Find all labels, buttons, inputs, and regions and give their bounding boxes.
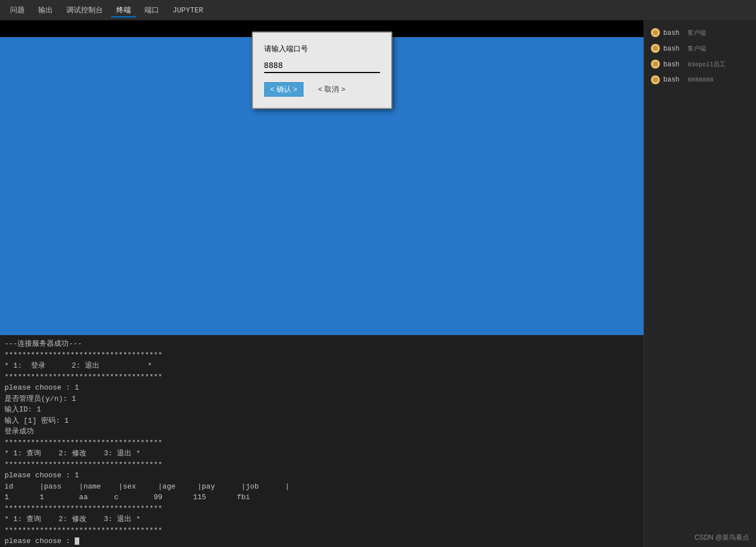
- dialog-title: 请输入端口号: [264, 44, 380, 54]
- terminal-line: 输入 [1] 密码: 1: [4, 415, 639, 427]
- sidebar-item-3[interactable]: bash 8888888: [644, 72, 756, 88]
- main-content: 请输入端口号 < 确认 > < 取消 > ---连接服务器成功---******…: [0, 20, 756, 547]
- terminal-line: ************************************: [4, 372, 639, 383]
- dialog-overlay: 请输入端口号 < 确认 > < 取消 >: [0, 20, 644, 335]
- sidebar-item-1[interactable]: bash 客户端: [644, 40, 756, 56]
- terminal-line: ************************************: [4, 437, 639, 449]
- blue-screen: 请输入端口号 < 确认 > < 取消 >: [0, 20, 644, 335]
- menu-item-output[interactable]: 输出: [33, 3, 58, 17]
- menu-item-issues[interactable]: 问题: [4, 3, 30, 17]
- menu-item-debug-console[interactable]: 调试控制台: [61, 3, 108, 17]
- right-sidebar: bash 客户端 bash 客户端 bash 03epoll员工 bash 88…: [644, 20, 756, 547]
- terminal-line: 登录成功: [4, 426, 639, 437]
- sidebar-label-1: bash 客户端: [663, 44, 706, 53]
- terminal-area: 请输入端口号 < 确认 > < 取消 > ---连接服务器成功---******…: [0, 20, 644, 547]
- menu-bar: 问题 输出 调试控制台 终端 端口 JUPYTER: [0, 0, 756, 20]
- terminal-line: * 1: 查询 2: 修改 3: 退出 *: [4, 448, 639, 459]
- sidebar-label-0: bash 客户端: [663, 29, 706, 37]
- terminal-line: ************************************: [4, 503, 639, 514]
- menu-item-jupyter[interactable]: JUPYTER: [167, 4, 209, 17]
- dialog-buttons: < 确认 > < 取消 >: [264, 82, 380, 97]
- terminal-line: id |pass |name |sex |age |pay |job |: [4, 481, 639, 492]
- confirm-button[interactable]: < 确认 >: [264, 82, 304, 97]
- cursor: [75, 537, 79, 545]
- terminal-output[interactable]: ---连接服务器成功---***************************…: [0, 335, 644, 547]
- terminal-line: 是否管理员(y/n): 1: [4, 394, 639, 405]
- terminal-line: 1 1 aa c 99 115 fbi: [4, 492, 639, 503]
- menu-item-ports[interactable]: 端口: [139, 3, 165, 17]
- terminal-line: ************************************: [4, 525, 639, 536]
- cancel-button[interactable]: < 取消 >: [313, 83, 351, 96]
- terminal-line: please choose : 1: [4, 470, 639, 481]
- terminal-icon-1: [651, 44, 660, 53]
- terminal-icon-0: [651, 28, 660, 37]
- terminal-icon-2: [651, 60, 660, 69]
- menu-item-terminal[interactable]: 终端: [111, 3, 137, 17]
- terminal-icon-3: [651, 75, 660, 84]
- terminal-line: * 1: 查询 2: 修改 3: 退出 *: [4, 514, 639, 525]
- terminal-line: please choose :: [4, 536, 639, 547]
- watermark: CSDN @菜鸟看点: [694, 533, 749, 543]
- dialog-input-wrapper: [264, 61, 380, 73]
- terminal-line: 输入ID: 1: [4, 404, 639, 415]
- sidebar-label-3: bash 8888888: [663, 76, 713, 84]
- terminal-line: please choose : 1: [4, 382, 639, 394]
- terminal-line: ************************************: [4, 459, 639, 471]
- sidebar-label-2: bash 03epoll员工: [663, 60, 726, 69]
- sidebar-item-2[interactable]: bash 03epoll员工: [644, 56, 756, 72]
- terminal-line: * 1: 登录 2: 退出 *: [4, 360, 639, 372]
- port-input[interactable]: [264, 61, 380, 70]
- terminal-line: ************************************: [4, 350, 639, 361]
- sidebar-item-0[interactable]: bash 客户端: [644, 25, 756, 40]
- terminal-line: ---连接服务器成功---: [4, 338, 639, 350]
- dialog-box: 请输入端口号 < 确认 > < 取消 >: [252, 31, 392, 109]
